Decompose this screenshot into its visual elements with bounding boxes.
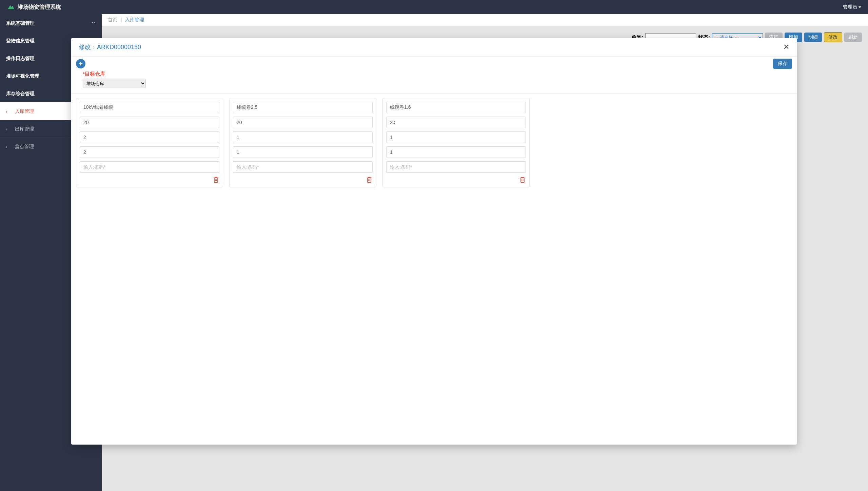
refresh-button[interactable]: 刷新 [844, 33, 862, 42]
chevron-right-icon: › [5, 144, 8, 149]
app-header: 堆场物资管理系统 管理员 [0, 0, 868, 14]
item-field-4[interactable] [80, 146, 219, 158]
add-item-button[interactable]: + [76, 59, 85, 68]
menu-system-base[interactable]: 系统基础管理 ﹀ [0, 14, 102, 32]
target-warehouse-label: *目标仓库 [83, 71, 789, 77]
modal-overlay: 修改：ARKD00000150 ✕ + 保存 *目标仓库 堆场仓库 [0, 0, 868, 491]
edit-button[interactable]: 修改 [824, 32, 842, 42]
trash-icon[interactable] [366, 176, 373, 184]
item-name-input[interactable] [386, 102, 526, 113]
close-button[interactable]: ✕ [783, 43, 789, 52]
item-field-3[interactable] [386, 131, 526, 143]
item-cards [71, 98, 797, 187]
logo-icon [7, 3, 15, 11]
chevron-right-icon: › [5, 126, 8, 132]
trash-icon[interactable] [519, 176, 526, 184]
item-field-2[interactable] [233, 117, 373, 128]
item-barcode-input[interactable] [80, 161, 219, 173]
item-field-3[interactable] [233, 131, 373, 143]
item-field-4[interactable] [386, 146, 526, 158]
item-card [76, 98, 223, 187]
chevron-right-icon: › [5, 109, 8, 114]
trash-icon[interactable] [213, 176, 219, 184]
app-title: 堆场物资管理系统 [18, 4, 61, 11]
save-button[interactable]: 保存 [773, 59, 792, 69]
item-barcode-input[interactable] [233, 161, 373, 173]
target-warehouse-select[interactable]: 堆场仓库 [83, 79, 146, 88]
item-barcode-input[interactable] [386, 161, 526, 173]
item-card [382, 98, 530, 187]
caret-down-icon [859, 6, 861, 8]
item-field-2[interactable] [80, 117, 219, 128]
item-name-input[interactable] [80, 102, 219, 113]
item-field-3[interactable] [80, 131, 219, 143]
user-menu[interactable]: 管理员 [843, 4, 861, 10]
detail-button[interactable]: 明细 [804, 33, 822, 42]
item-field-2[interactable] [386, 117, 526, 128]
chevron-down-icon: ﹀ [92, 20, 96, 26]
edit-modal: 修改：ARKD00000150 ✕ + 保存 *目标仓库 堆场仓库 [71, 38, 797, 445]
item-card [229, 98, 376, 187]
breadcrumb-home[interactable]: 首页 [108, 17, 117, 22]
item-name-input[interactable] [233, 102, 373, 113]
modal-title: 修改：ARKD00000150 [79, 43, 141, 51]
breadcrumb-current: 入库管理 [125, 17, 144, 22]
breadcrumb: 首页 | 入库管理 [102, 14, 868, 26]
item-field-4[interactable] [233, 146, 373, 158]
user-label: 管理员 [843, 4, 857, 10]
